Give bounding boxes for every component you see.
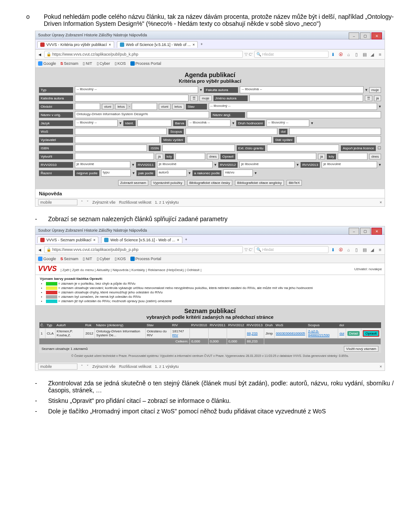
btn-list-icon[interactable]: ☰	[190, 95, 198, 101]
find-next-icon[interactable]: ˅	[87, 200, 89, 205]
bm-nit[interactable]: ▯ NIT	[83, 257, 92, 261]
menu-items[interactable]: Soubor Úpravy Zobrazení Historie Záložky…	[38, 33, 147, 37]
home-icon[interactable]: ⌂	[346, 52, 351, 57]
adblock-icon[interactable]: ⦿	[338, 52, 343, 57]
close-button[interactable]: ✕	[371, 228, 382, 235]
inp-do[interactable]	[132, 103, 157, 110]
btn-zobrazit[interactable]: Zobrazit seznam	[118, 180, 148, 186]
back-icon[interactable]: ◄	[37, 52, 42, 57]
inp-r10[interactable]: je libovolné	[75, 161, 130, 168]
bm-cyber[interactable]: ▯ Cyber	[97, 257, 110, 261]
inp-jazyk[interactable]: -- libovolný --	[75, 120, 118, 127]
inp-opravil[interactable]	[237, 153, 316, 160]
url-field[interactable]: 🔒 https://www.vvvs.cvut.cz/aplikace/publ…	[44, 51, 243, 58]
search-field[interactable]: 🔍 Hledat	[254, 246, 329, 253]
find-highlight[interactable]: Zvýraznit vše	[92, 364, 116, 369]
menu-items[interactable]: Soubor Úpravy Zobrazení Historie Záložky…	[38, 228, 147, 233]
inp-jmeno[interactable]	[249, 95, 363, 102]
bm-kos[interactable]: ▯ KOS	[115, 257, 126, 261]
bm-kos[interactable]: ▯ KOS	[115, 61, 126, 66]
bm-process[interactable]: Process Portal	[130, 257, 161, 261]
inp-vydavatel[interactable]	[75, 136, 160, 143]
tab-close-icon[interactable]: ×	[177, 238, 179, 242]
find-close-icon[interactable]: ×	[380, 200, 382, 205]
url-field[interactable]: 🔒 https://www.vvvs.cvut.cz/aplikace/publ…	[44, 246, 243, 253]
home-icon[interactable]: ⌂	[346, 247, 351, 252]
btn-vyprazdnit[interactable]: Vyprázdnit položky	[151, 180, 185, 186]
opravit-button[interactable]: Opravit	[363, 330, 379, 337]
btn-biben[interactable]: Bibliografické citace anglicky	[235, 180, 284, 186]
bm-nit[interactable]: ▯ NIT	[83, 61, 92, 66]
inp-statv[interactable]	[296, 136, 381, 143]
btn-dnes[interactable]: dnes	[207, 154, 219, 159]
btn-ja3[interactable]: já	[318, 154, 325, 159]
wos-link[interactable]: 000303068100005	[276, 332, 305, 335]
inp-nazevorig[interactable]: Ontology-Driven Information System Desig…	[75, 111, 209, 118]
detail-button[interactable]: Detail	[347, 331, 360, 336]
minimize-button[interactable]: –	[349, 228, 359, 235]
bookmark-icon[interactable]: ▯	[354, 247, 359, 252]
bookmark-icon[interactable]: ▯	[354, 52, 359, 57]
btn-moje[interactable]: moje	[369, 87, 381, 93]
inp-kdy[interactable]	[175, 153, 205, 160]
tab-close-icon[interactable]: ×	[109, 42, 111, 47]
download-icon[interactable]: ⬇	[330, 52, 336, 57]
inp-sort1[interactable]: typu	[101, 169, 131, 176]
find-prev-icon[interactable]: ˄	[81, 200, 83, 205]
btn-vlozit[interactable]: Vložit nový záznam	[344, 346, 378, 352]
download-icon[interactable]: ⬇	[330, 247, 336, 252]
find-next-icon[interactable]: ˅	[87, 364, 89, 369]
bm-process[interactable]: Process Portal	[130, 61, 161, 66]
sync-icon[interactable]: ◢	[370, 52, 375, 57]
minimize-button[interactable]: –	[349, 32, 359, 39]
inp-doi[interactable]	[289, 128, 381, 135]
inp-ident[interactable]	[137, 120, 172, 127]
btn-bibtex[interactable]: BibTeX	[287, 180, 302, 186]
inp-fakulta[interactable]: -- libovolná --	[240, 86, 363, 93]
btn-letos2[interactable]: letos	[172, 104, 184, 109]
inp-sort3[interactable]: názvu	[223, 169, 253, 176]
inp-kdy2[interactable]	[338, 153, 368, 160]
inp-druh[interactable]: -- libovolný --	[266, 120, 309, 127]
tab-2[interactable]: Web of Science [v.5.16.1] - Web of ...×	[117, 41, 198, 48]
btn-moje2[interactable]: moje	[200, 95, 211, 101]
tab-1[interactable]: VVVS - Kritéria pro výběr publikací×	[37, 41, 114, 48]
bm-seznam[interactable]: SSeznam	[60, 61, 78, 66]
close-button[interactable]: ✕	[371, 32, 382, 39]
inp-r12[interactable]: je libovolné	[239, 161, 295, 168]
riv-link[interactable]: RIV	[172, 333, 178, 337]
inp-r11[interactable]: je libovolné	[157, 161, 213, 168]
doi-link[interactable]: doi	[340, 332, 344, 335]
find-input[interactable]: mobile	[38, 199, 77, 205]
maximize-button[interactable]: ▢	[360, 228, 371, 235]
new-tab-button[interactable]: +	[200, 42, 203, 46]
inp-typ[interactable]: -- libovolný --	[75, 86, 198, 93]
find-case[interactable]: Rozlišovat velikost	[119, 364, 151, 369]
inp-r13[interactable]: je libovolné	[322, 161, 377, 168]
tab-2[interactable]: Web of Science [v.5.16.1] - Web of ...×	[101, 236, 182, 243]
find-close-icon[interactable]: ×	[380, 364, 382, 369]
reader-icon[interactable]: ▤	[362, 247, 367, 252]
inp-scopus[interactable]	[186, 128, 277, 135]
maximize-button[interactable]: ▢	[360, 32, 371, 39]
scopus-link[interactable]: 2-s2.0-84860221530	[308, 329, 329, 337]
inp-issn[interactable]	[162, 145, 234, 152]
btn-ja[interactable]: já	[374, 95, 381, 101]
btn-list-icon2[interactable]: ☰	[365, 95, 372, 101]
bm-google[interactable]: Google	[38, 61, 56, 66]
inp-od[interactable]	[75, 103, 100, 110]
find-prev-icon[interactable]: ˄	[81, 364, 83, 369]
bm-google[interactable]: Google	[38, 257, 56, 261]
tab-close-icon[interactable]: ×	[192, 42, 195, 47]
btn-dnes2[interactable]: dnes	[369, 154, 381, 159]
menu-icon[interactable]: ≡	[378, 247, 383, 252]
inp-nazevangl[interactable]	[247, 111, 381, 118]
inp-misto[interactable]	[187, 136, 272, 143]
inp-sort2[interactable]: autorů	[157, 169, 187, 176]
search-field[interactable]: 🔍 Hledat	[254, 51, 329, 58]
inp-vytvoril[interactable]	[75, 153, 154, 160]
vvvs-nav[interactable]: | Zpět | Zpět do menu | Aktuality | Nápo…	[60, 268, 201, 272]
tab-close-icon[interactable]: ×	[93, 238, 95, 242]
find-highlight[interactable]: Zvýraznit vše	[92, 200, 116, 205]
inp-katedra[interactable]	[75, 95, 189, 102]
